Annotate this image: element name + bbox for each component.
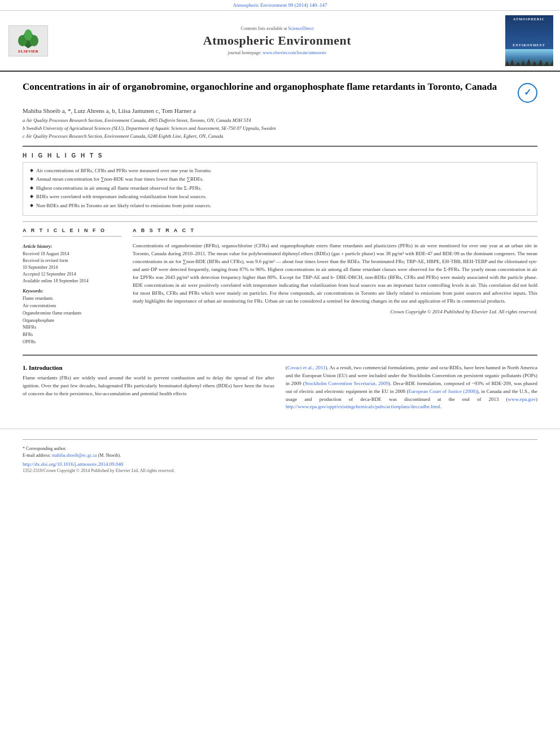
highlight-text-5: Non-BDEs and PFRs in Toronto air are lik… — [36, 202, 211, 210]
paper-content: Concentrations in air of organobromine, … — [0, 72, 560, 423]
received-date: Received 18 August 2014 — [23, 251, 121, 257]
email-link[interactable]: mahiba.shoeib@ec.gc.ca — [52, 453, 97, 458]
divider-before-intro — [23, 355, 537, 356]
email-label: E-mail address: — [23, 453, 51, 458]
ecj-link[interactable]: European Court of Justice (2008) — [408, 388, 476, 394]
elsevier-label: ELSEVIER — [18, 49, 38, 54]
intro-right-col: (Covaci et al., 2011). As a result, two … — [286, 364, 537, 415]
highlight-item-2: ◆ Annual mean concentration for ∑non-BDE… — [30, 176, 530, 184]
highlight-item-1: ◆ Air concentrations of BFRs, CFRs and P… — [30, 167, 530, 175]
intro-right-text: (Covaci et al., 2011). As a result, two … — [286, 364, 537, 412]
journal-homepage: journal homepage: www.elsevier.com/locat… — [51, 50, 504, 55]
journal-box-title2: ENVIRONMENT — [508, 43, 551, 47]
bullet-icon-1: ◆ — [30, 167, 33, 174]
bullet-icon-2: ◆ — [30, 176, 33, 182]
sciencedirect-link[interactable]: ScienceDirect — [288, 26, 314, 31]
keyword-3: Organobromine flame retardants — [23, 310, 121, 317]
highlights-section: H I G H L I G H T S ◆ Air concentrations… — [23, 152, 537, 216]
highlight-text-4: BDEs were correlated with temperature in… — [36, 193, 207, 201]
info-abstract-columns: A R T I C L E I N F O Article history: R… — [23, 228, 537, 346]
available-date: Available online 18 September 2014 — [23, 278, 121, 285]
intro-heading: 1. Introduction — [23, 364, 274, 371]
highlights-box: ◆ Air concentrations of BFRs, CFRs and P… — [23, 162, 537, 216]
keyword-2: Air concentrations — [23, 303, 121, 310]
journal-header: ELSEVIER Contents lists available at Sci… — [0, 11, 560, 72]
article-info-block: Article history: Received 18 August 2014… — [23, 236, 121, 346]
abstract-text: Concentrations of organobromine (BFRs), … — [133, 242, 537, 305]
abstract-divider-top — [133, 236, 537, 237]
keyword-7: OPFRs — [23, 339, 121, 346]
journal-ref-text: Atmospheric Environment 99 (2014) 140–14… — [233, 2, 327, 8]
homepage-link[interactable]: www.elsevier.com/locate/atmosenv — [262, 50, 326, 55]
doi-line: http://dx.doi.org/10.1016/j.atmosenv.201… — [23, 461, 537, 467]
footer-divider — [23, 439, 537, 440]
keyword-5: NBFRs — [23, 324, 121, 331]
sciencedirect-line: Contents lists available at ScienceDirec… — [51, 26, 504, 31]
revised-date: 10 September 2014 — [23, 264, 121, 271]
stockholm-link[interactable]: Stockholm Convention Secretariat, 2009 — [305, 381, 388, 386]
keyword-1: Flame retardants — [23, 295, 121, 303]
divider-after-affiliations — [23, 146, 537, 147]
sd-label: Contents lists available at — [241, 26, 287, 31]
abstract-column: A B S T R A C T Concentrations of organo… — [133, 228, 537, 346]
intro-number: 1. — [23, 364, 27, 371]
divider-highlights-end — [23, 221, 537, 222]
highlight-text-2: Annual mean concentration for ∑non-BDE w… — [36, 176, 204, 184]
footer: * Corresponding author. E-mail address: … — [0, 429, 560, 478]
highlight-item-5: ◆ Non-BDEs and PFRs in Toronto air are l… — [30, 202, 530, 210]
highlights-label: H I G H L I G H T S — [23, 152, 537, 159]
intro-title: Introduction — [29, 364, 63, 371]
highlight-text-1: Air concentrations of BFRs, CFRs and PFR… — [36, 167, 212, 175]
article-info-column: A R T I C L E I N F O Article history: R… — [23, 228, 121, 346]
epa-link[interactable]: www.epa.gov — [508, 396, 536, 402]
intro-left-col: 1. Introduction Flame retardants (FRs) a… — [23, 364, 274, 415]
affiliation-a: a Air Quality Processes Research Section… — [23, 117, 537, 124]
journal-logo-right: ATMOSPHERIC ENVIRONMENT — [504, 15, 554, 66]
journal-header-center: Contents lists available at ScienceDirec… — [51, 26, 504, 55]
affiliation-b: b Swedish University of Agricultural Sci… — [23, 125, 537, 132]
highlight-text-3: Highest concentrations in air among all … — [36, 185, 202, 193]
elsevier-logo-area: ELSEVIER — [6, 25, 51, 56]
journal-title: Atmospheric Environment — [51, 33, 504, 48]
article-title-text: Concentrations in air of organobromine, … — [23, 80, 518, 94]
elsevier-logo: ELSEVIER — [8, 25, 48, 56]
doi-link[interactable]: http://dx.doi.org/10.1016/j.atmosenv.201… — [23, 461, 124, 467]
authors-line: Mahiba Shoeib a, *, Lutz Ahrens a, b, Li… — [23, 107, 537, 114]
crossmark-icon[interactable]: ✓ — [518, 83, 537, 103]
bullet-icon-5: ◆ — [30, 202, 33, 209]
article-info-label: A R T I C L E I N F O — [23, 228, 121, 233]
received-revised: Received in revised form — [23, 257, 121, 264]
issn-line: 1352-2310/Crown Copyright © 2014 Publish… — [23, 468, 537, 473]
epa-full-link[interactable]: http://www.epa.gov/oppt/existingchemical… — [286, 404, 440, 409]
journal-reference: Atmospheric Environment 99 (2014) 140–14… — [0, 0, 560, 11]
intro-left-text: Flame retardants (FRs) are widely used a… — [23, 374, 274, 398]
history-label: Article history: — [23, 243, 121, 249]
journal-box-title1: ATMOSPHERIC — [508, 18, 551, 21]
journal-box: ATMOSPHERIC ENVIRONMENT — [505, 15, 553, 49]
bullet-icon-4: ◆ — [30, 193, 33, 200]
corresponding-author-note: * Corresponding author. — [23, 445, 537, 452]
highlight-item-4: ◆ BDEs were correlated with temperature … — [30, 193, 530, 201]
bullet-icon-3: ◆ — [30, 185, 33, 191]
copyright-line: Crown Copyright © 2014 Published by Else… — [133, 309, 537, 314]
keyword-4: Organophosphate — [23, 317, 121, 325]
highlight-item-3: ◆ Highest concentrations in air among al… — [30, 185, 530, 193]
keywords-label: Keywords: — [23, 288, 121, 294]
email-line: E-mail address: mahiba.shoeib@ec.gc.ca (… — [23, 452, 537, 459]
accepted-date: Accepted 12 September 2014 — [23, 271, 121, 278]
article-title-area: Concentrations in air of organobromine, … — [23, 80, 537, 103]
corresponding-label: * Corresponding author. — [23, 446, 67, 451]
introduction-section: 1. Introduction Flame retardants (FRs) a… — [23, 364, 537, 415]
journal-city-image — [505, 49, 553, 66]
elsevier-tree-icon — [17, 28, 40, 48]
affiliation-c: c Air Quality Processes Research Section… — [23, 133, 537, 140]
covaci-link[interactable]: Covaci et al., 2011 — [287, 365, 326, 370]
abstract-label: A B S T R A C T — [133, 228, 537, 233]
email-suffix: (M. Shoeib). — [98, 453, 121, 458]
homepage-label: journal homepage: — [228, 50, 262, 55]
svg-point-4 — [24, 29, 32, 41]
keyword-6: BFRs — [23, 331, 121, 339]
